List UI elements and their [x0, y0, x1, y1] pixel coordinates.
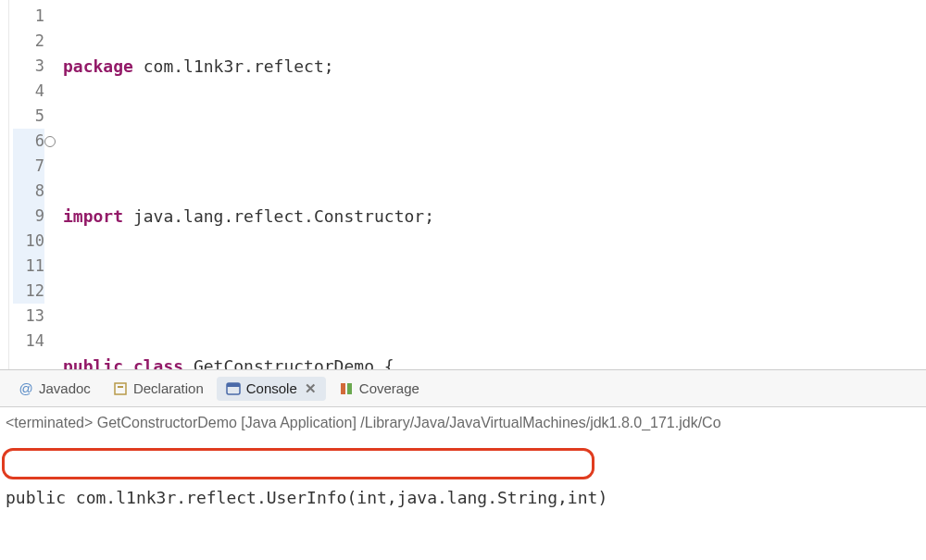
svg-rect-3: [227, 383, 240, 387]
code-line-2[interactable]: [63, 129, 926, 154]
ln-5: 5: [13, 104, 44, 129]
javadoc-icon: @: [19, 381, 33, 396]
code-line-5[interactable]: public class GetConstructorDemo {: [63, 354, 926, 370]
tab-label: Console: [246, 380, 297, 396]
kw-class: class: [133, 356, 183, 370]
left-gutter: [0, 0, 9, 369]
console-output[interactable]: public com.l1nk3r.reflect.UserInfo(int,j…: [6, 435, 919, 560]
ln-3: 3: [13, 54, 44, 79]
ln-9: 9: [13, 204, 44, 229]
tab-label: Coverage: [359, 380, 419, 396]
svg-rect-0: [115, 383, 126, 394]
ln-13: 13: [13, 304, 44, 329]
ln-7: 7: [13, 154, 44, 179]
kw-import: import: [63, 206, 123, 226]
tab-label: Javadoc: [39, 380, 91, 396]
ln-1: 1: [13, 4, 44, 29]
ln-14: 14: [13, 329, 44, 354]
bottom-tab-bar: @ Javadoc Declaration Console ✕ Coverage: [0, 370, 926, 407]
close-icon[interactable]: ✕: [305, 380, 317, 397]
tab-declaration[interactable]: Declaration: [104, 377, 213, 400]
ln-4: 4: [13, 79, 44, 104]
code-line-4[interactable]: [63, 279, 926, 304]
code-editor[interactable]: 1 2 3 4 5 6 7 8 9 10 11 12 13 14 package…: [0, 0, 926, 370]
tab-javadoc[interactable]: @ Javadoc: [9, 377, 100, 400]
svg-rect-5: [347, 383, 352, 394]
declaration-icon: [113, 381, 128, 396]
class-name: GetConstructorDemo {: [194, 356, 394, 370]
console-panel: <terminated> GetConstructorDemo [Java Ap…: [0, 407, 926, 560]
output-line-1: public com.l1nk3r.reflect.UserInfo(int,j…: [6, 485, 919, 510]
kw-package: package: [63, 56, 133, 76]
tab-coverage[interactable]: Coverage: [330, 377, 429, 400]
import-name: java.lang.reflect.Constructor;: [133, 206, 434, 226]
ln-2: 2: [13, 29, 44, 54]
code-line-3[interactable]: import java.lang.reflect.Constructor;: [63, 204, 926, 229]
tab-console[interactable]: Console ✕: [217, 377, 326, 401]
line-numbers: 1 2 3 4 5 6 7 8 9 10 11 12 13 14: [9, 0, 50, 369]
ln-6: 6: [13, 129, 44, 154]
console-icon: [226, 381, 241, 396]
tab-label: Declaration: [133, 380, 204, 396]
ln-11: 11: [13, 254, 44, 279]
svg-rect-1: [118, 386, 123, 388]
console-status: <terminated> GetConstructorDemo [Java Ap…: [6, 411, 919, 435]
kw-public: public: [63, 356, 123, 370]
annotation-box-output: [2, 448, 594, 479]
code-line-1[interactable]: package com.l1nk3r.reflect;: [63, 54, 926, 79]
pkg-name: com.l1nk3r.reflect;: [144, 56, 334, 76]
coverage-icon: [339, 381, 354, 396]
ln-12: 12: [13, 279, 44, 304]
ln-8: 8: [13, 179, 44, 204]
svg-rect-4: [341, 383, 345, 394]
code-area[interactable]: package com.l1nk3r.reflect; import java.…: [50, 0, 926, 369]
ln-10: 10: [13, 229, 44, 254]
